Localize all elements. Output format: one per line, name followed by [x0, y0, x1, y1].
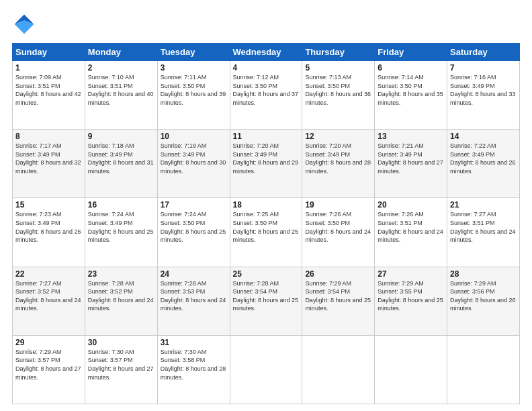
day-number: 14 — [450, 132, 517, 141]
day-info: Sunrise: 7:29 AMSunset: 3:57 PMDaylight:… — [15, 348, 82, 381]
calendar-cell: 5Sunrise: 7:13 AMSunset: 3:50 PMDaylight… — [302, 61, 375, 130]
day-info: Sunrise: 7:24 AMSunset: 3:50 PMDaylight:… — [161, 210, 227, 244]
day-number: 6 — [378, 63, 444, 73]
day-header: Tuesday — [157, 44, 230, 61]
calendar-cell: 1Sunrise: 7:09 AMSunset: 3:51 PMDaylight… — [13, 61, 85, 130]
day-info: Sunrise: 7:20 AMSunset: 3:49 PMDaylight:… — [305, 142, 371, 175]
day-number: 2 — [88, 63, 154, 73]
calendar-cell: 12Sunrise: 7:20 AMSunset: 3:49 PMDayligh… — [302, 130, 375, 198]
calendar-cell: 4Sunrise: 7:12 AMSunset: 3:50 PMDaylight… — [230, 61, 302, 130]
day-info: Sunrise: 7:13 AMSunset: 3:50 PMDaylight:… — [305, 73, 371, 107]
day-number: 18 — [233, 200, 300, 210]
day-info: Sunrise: 7:14 AMSunset: 3:50 PMDaylight:… — [378, 73, 444, 107]
week-row: 22Sunrise: 7:27 AMSunset: 3:52 PMDayligh… — [13, 267, 520, 335]
calendar-cell: 3Sunrise: 7:11 AMSunset: 3:50 PMDaylight… — [157, 61, 230, 130]
day-info: Sunrise: 7:29 AMSunset: 3:56 PMDaylight:… — [450, 279, 517, 313]
day-info: Sunrise: 7:30 AMSunset: 3:58 PMDaylight:… — [161, 348, 227, 381]
page: SundayMondayTuesdayWednesdayThursdayFrid… — [0, 0, 532, 411]
day-header: Friday — [375, 44, 447, 61]
day-info: Sunrise: 7:19 AMSunset: 3:49 PMDaylight:… — [161, 142, 227, 175]
calendar-cell: 2Sunrise: 7:10 AMSunset: 3:51 PMDaylight… — [85, 61, 157, 130]
calendar-cell: 7Sunrise: 7:16 AMSunset: 3:49 PMDaylight… — [447, 61, 520, 130]
day-info: Sunrise: 7:10 AMSunset: 3:51 PMDaylight:… — [88, 73, 154, 107]
day-info: Sunrise: 7:17 AMSunset: 3:49 PMDaylight:… — [15, 142, 82, 175]
week-row: 29Sunrise: 7:29 AMSunset: 3:57 PMDayligh… — [13, 335, 520, 404]
day-info: Sunrise: 7:26 AMSunset: 3:50 PMDaylight:… — [305, 210, 371, 244]
day-info: Sunrise: 7:09 AMSunset: 3:51 PMDaylight:… — [15, 73, 82, 107]
day-number: 11 — [233, 132, 300, 141]
day-number: 30 — [88, 338, 154, 347]
day-number: 31 — [161, 338, 227, 347]
day-info: Sunrise: 7:22 AMSunset: 3:49 PMDaylight:… — [450, 142, 517, 175]
day-info: Sunrise: 7:28 AMSunset: 3:54 PMDaylight:… — [233, 279, 300, 313]
calendar-cell: 31Sunrise: 7:30 AMSunset: 3:58 PMDayligh… — [157, 335, 230, 404]
calendar-cell: 22Sunrise: 7:27 AMSunset: 3:52 PMDayligh… — [13, 267, 85, 335]
header — [12, 12, 520, 36]
day-info: Sunrise: 7:29 AMSunset: 3:55 PMDaylight:… — [378, 279, 444, 313]
calendar-cell: 9Sunrise: 7:18 AMSunset: 3:49 PMDaylight… — [85, 130, 157, 198]
day-number: 13 — [378, 132, 444, 141]
calendar-cell — [375, 335, 447, 404]
calendar-cell: 20Sunrise: 7:26 AMSunset: 3:51 PMDayligh… — [375, 198, 447, 267]
calendar-cell: 29Sunrise: 7:29 AMSunset: 3:57 PMDayligh… — [13, 335, 85, 404]
calendar-cell: 15Sunrise: 7:23 AMSunset: 3:49 PMDayligh… — [13, 198, 85, 267]
day-number: 22 — [15, 269, 82, 279]
day-number: 29 — [15, 338, 82, 347]
calendar-cell: 28Sunrise: 7:29 AMSunset: 3:56 PMDayligh… — [447, 267, 520, 335]
day-number: 19 — [305, 200, 371, 210]
day-info: Sunrise: 7:23 AMSunset: 3:49 PMDaylight:… — [15, 210, 82, 244]
calendar-cell: 21Sunrise: 7:27 AMSunset: 3:51 PMDayligh… — [447, 198, 520, 267]
day-info: Sunrise: 7:27 AMSunset: 3:52 PMDaylight:… — [15, 279, 82, 313]
calendar-cell: 27Sunrise: 7:29 AMSunset: 3:55 PMDayligh… — [375, 267, 447, 335]
calendar-cell — [447, 335, 520, 404]
day-info: Sunrise: 7:26 AMSunset: 3:51 PMDaylight:… — [378, 210, 444, 244]
logo-icon — [12, 12, 36, 36]
day-number: 17 — [161, 200, 227, 210]
calendar-table: SundayMondayTuesdayWednesdayThursdayFrid… — [12, 43, 520, 404]
calendar-cell: 19Sunrise: 7:26 AMSunset: 3:50 PMDayligh… — [302, 198, 375, 267]
day-info: Sunrise: 7:28 AMSunset: 3:52 PMDaylight:… — [88, 279, 154, 313]
day-info: Sunrise: 7:27 AMSunset: 3:51 PMDaylight:… — [450, 210, 517, 244]
day-info: Sunrise: 7:25 AMSunset: 3:50 PMDaylight:… — [233, 210, 300, 244]
day-info: Sunrise: 7:20 AMSunset: 3:49 PMDaylight:… — [233, 142, 300, 175]
day-number: 5 — [305, 63, 371, 73]
day-info: Sunrise: 7:29 AMSunset: 3:54 PMDaylight:… — [305, 279, 371, 313]
day-number: 7 — [450, 63, 517, 73]
calendar-cell: 8Sunrise: 7:17 AMSunset: 3:49 PMDaylight… — [13, 130, 85, 198]
day-header: Sunday — [13, 44, 85, 61]
day-info: Sunrise: 7:11 AMSunset: 3:50 PMDaylight:… — [161, 73, 227, 107]
calendar-cell: 18Sunrise: 7:25 AMSunset: 3:50 PMDayligh… — [230, 198, 302, 267]
calendar-cell: 23Sunrise: 7:28 AMSunset: 3:52 PMDayligh… — [85, 267, 157, 335]
calendar-cell: 11Sunrise: 7:20 AMSunset: 3:49 PMDayligh… — [230, 130, 302, 198]
day-info: Sunrise: 7:24 AMSunset: 3:49 PMDaylight:… — [88, 210, 154, 244]
day-number: 9 — [88, 132, 154, 141]
day-info: Sunrise: 7:30 AMSunset: 3:57 PMDaylight:… — [88, 348, 154, 381]
calendar-cell: 13Sunrise: 7:21 AMSunset: 3:49 PMDayligh… — [375, 130, 447, 198]
day-number: 26 — [305, 269, 371, 279]
day-number: 10 — [161, 132, 227, 141]
calendar-cell: 17Sunrise: 7:24 AMSunset: 3:50 PMDayligh… — [157, 198, 230, 267]
calendar-cell: 26Sunrise: 7:29 AMSunset: 3:54 PMDayligh… — [302, 267, 375, 335]
day-number: 16 — [88, 200, 154, 210]
week-row: 8Sunrise: 7:17 AMSunset: 3:49 PMDaylight… — [13, 130, 520, 198]
day-number: 4 — [233, 63, 300, 73]
day-header: Thursday — [302, 44, 375, 61]
day-number: 20 — [378, 200, 444, 210]
calendar-cell: 10Sunrise: 7:19 AMSunset: 3:49 PMDayligh… — [157, 130, 230, 198]
calendar-cell: 16Sunrise: 7:24 AMSunset: 3:49 PMDayligh… — [85, 198, 157, 267]
day-number: 28 — [450, 269, 517, 279]
day-number: 24 — [161, 269, 227, 279]
day-info: Sunrise: 7:21 AMSunset: 3:49 PMDaylight:… — [378, 142, 444, 175]
week-row: 15Sunrise: 7:23 AMSunset: 3:49 PMDayligh… — [13, 198, 520, 267]
calendar-cell — [230, 335, 302, 404]
calendar-cell: 25Sunrise: 7:28 AMSunset: 3:54 PMDayligh… — [230, 267, 302, 335]
day-number: 8 — [15, 132, 82, 141]
calendar-cell: 30Sunrise: 7:30 AMSunset: 3:57 PMDayligh… — [85, 335, 157, 404]
day-number: 15 — [15, 200, 82, 210]
day-number: 21 — [450, 200, 517, 210]
day-number: 27 — [378, 269, 444, 279]
day-number: 12 — [305, 132, 371, 141]
calendar-cell: 6Sunrise: 7:14 AMSunset: 3:50 PMDaylight… — [375, 61, 447, 130]
day-info: Sunrise: 7:18 AMSunset: 3:49 PMDaylight:… — [88, 142, 154, 175]
day-info: Sunrise: 7:16 AMSunset: 3:49 PMDaylight:… — [450, 73, 517, 107]
